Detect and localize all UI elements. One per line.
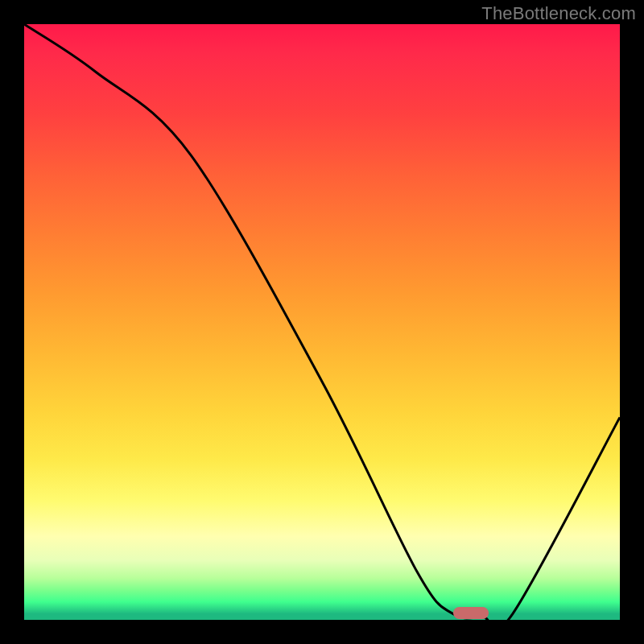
chart-curve-line: [24, 24, 620, 620]
highlight-marker: [453, 607, 489, 619]
chart-line-layer: [24, 24, 620, 620]
chart-plot-area: [24, 24, 620, 620]
watermark-text: TheBottleneck.com: [481, 3, 636, 24]
